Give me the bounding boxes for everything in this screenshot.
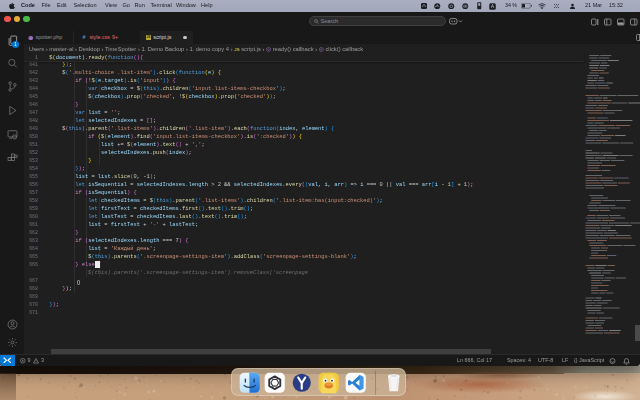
svg-text:A: A: [491, 4, 494, 9]
